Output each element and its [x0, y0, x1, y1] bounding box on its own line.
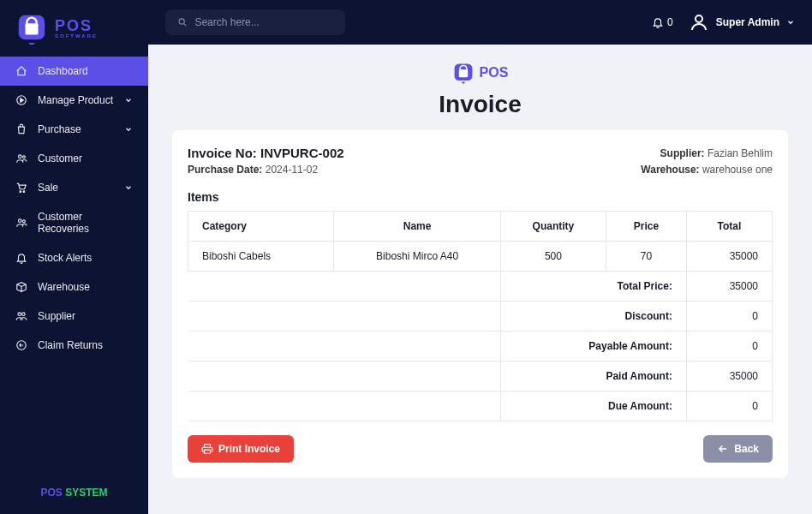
- back-button[interactable]: Back: [703, 435, 773, 463]
- chevron-down-icon: [786, 18, 795, 27]
- purchase-date: Purchase Date: 2024-11-02: [188, 164, 344, 176]
- summary-total-price: Total Price: 35000: [188, 272, 773, 302]
- summary-discount: Discount: 0: [188, 302, 773, 332]
- sidebar-item-dashboard[interactable]: Dashboard: [0, 57, 148, 86]
- sidebar-item-label: Stock Alerts: [38, 252, 92, 264]
- notifications[interactable]: 0: [652, 16, 673, 28]
- svg-point-3: [19, 155, 22, 158]
- svg-point-12: [179, 19, 184, 24]
- users-icon: [15, 217, 27, 229]
- col-category: Category: [188, 212, 334, 242]
- user-icon: [689, 12, 709, 33]
- bag-logo-icon: [15, 12, 48, 45]
- bell-icon: [15, 252, 27, 264]
- box-icon: [15, 281, 27, 293]
- sidebar-item-warehouse[interactable]: Warehouse: [0, 272, 148, 302]
- content: POS Invoice Invoice No: INVPURC-002 Purc…: [148, 45, 812, 514]
- sidebar-item-label: Customer: [38, 152, 82, 164]
- notification-count: 0: [667, 16, 673, 28]
- cart-icon: [15, 182, 27, 194]
- summary-due: Due Amount: 0: [188, 391, 773, 421]
- bag-logo-icon: [452, 62, 475, 84]
- chevron-down-icon: [124, 125, 133, 134]
- page-logo: POS: [452, 62, 509, 84]
- invoice-card: Invoice No: INVPURC-002 Purchase Date: 2…: [172, 130, 788, 478]
- svg-point-8: [22, 220, 25, 223]
- search-input[interactable]: [194, 16, 333, 28]
- nav: Dashboard Manage Product Purchase Custom…: [0, 57, 148, 471]
- sidebar-item-claim-returns[interactable]: Claim Returns: [0, 331, 148, 360]
- col-quantity: Quantity: [500, 212, 606, 242]
- sidebar-item-label: Supplier: [38, 310, 75, 322]
- user-name: Super Admin: [716, 16, 779, 28]
- sidebar-item-label: Purchase: [38, 123, 81, 135]
- arrow-left-icon: [717, 443, 729, 455]
- print-icon: [201, 443, 213, 455]
- sidebar-item-label: Manage Product: [38, 94, 113, 106]
- search-box[interactable]: [165, 9, 345, 35]
- sidebar-item-label: Sale: [38, 182, 58, 194]
- bag-icon: [15, 123, 27, 135]
- sidebar-item-label: Dashboard: [38, 65, 88, 77]
- svg-point-7: [19, 219, 22, 222]
- user-menu[interactable]: Super Admin: [689, 12, 795, 33]
- svg-point-10: [22, 313, 25, 316]
- print-button[interactable]: Print Invoice: [188, 435, 294, 463]
- sidebar-item-recoveries[interactable]: Customer Recoveries: [0, 202, 148, 243]
- sidebar-item-purchase[interactable]: Purchase: [0, 115, 148, 144]
- invoice-number: Invoice No: INVPURC-002: [188, 146, 344, 160]
- chevron-down-icon: [124, 96, 133, 105]
- page-logo-text: POS: [480, 65, 509, 81]
- footer-brand: POS SYSTEM: [0, 471, 148, 514]
- col-price: Price: [606, 212, 686, 242]
- logo[interactable]: POS SOFTWARE: [0, 0, 148, 57]
- users-icon: [15, 152, 27, 164]
- topbar: 0 Super Admin: [148, 0, 812, 45]
- svg-point-9: [18, 313, 21, 316]
- sidebar-item-manage-product[interactable]: Manage Product: [0, 86, 148, 115]
- page-title: Invoice: [148, 91, 812, 118]
- sidebar-item-label: Claim Returns: [38, 339, 103, 351]
- svg-rect-1: [25, 23, 38, 34]
- bell-icon: [652, 16, 664, 28]
- logo-subtext: SOFTWARE: [55, 33, 98, 39]
- home-icon: [15, 65, 27, 77]
- return-icon: [15, 339, 27, 351]
- items-table: Category Name Quantity Price Total Bibos…: [188, 211, 773, 421]
- sidebar-item-supplier[interactable]: Supplier: [0, 302, 148, 331]
- sidebar-item-stock-alerts[interactable]: Stock Alerts: [0, 243, 148, 272]
- sidebar-item-customer[interactable]: Customer: [0, 144, 148, 173]
- logo-text: POS: [55, 18, 98, 33]
- warehouse-info: Warehouse: warehouse one: [641, 162, 773, 178]
- table-row: Biboshi Cabels Biboshi Mirco A40 500 70 …: [188, 242, 773, 272]
- svg-point-6: [23, 191, 25, 193]
- svg-point-13: [696, 15, 702, 22]
- summary-payable: Payable Amount: 0: [188, 332, 773, 362]
- col-total: Total: [686, 212, 772, 242]
- sidebar-item-sale[interactable]: Sale: [0, 173, 148, 202]
- supplier-info: Supplier: Fazian Behlim: [641, 146, 773, 162]
- items-heading: Items: [188, 190, 773, 204]
- col-name: Name: [334, 212, 500, 242]
- sidebar-item-label: Customer Recoveries: [38, 211, 133, 235]
- svg-rect-15: [458, 69, 467, 77]
- chevron-down-icon: [124, 183, 133, 192]
- svg-point-5: [20, 191, 21, 193]
- svg-point-4: [22, 156, 25, 158]
- play-icon: [15, 94, 27, 106]
- sidebar: POS SOFTWARE Dashboard Manage Product Pu…: [0, 0, 148, 514]
- summary-paid: Paid Amount: 35000: [188, 362, 773, 391]
- users-icon: [15, 310, 27, 322]
- search-icon: [177, 16, 188, 28]
- sidebar-item-label: Warehouse: [38, 281, 90, 293]
